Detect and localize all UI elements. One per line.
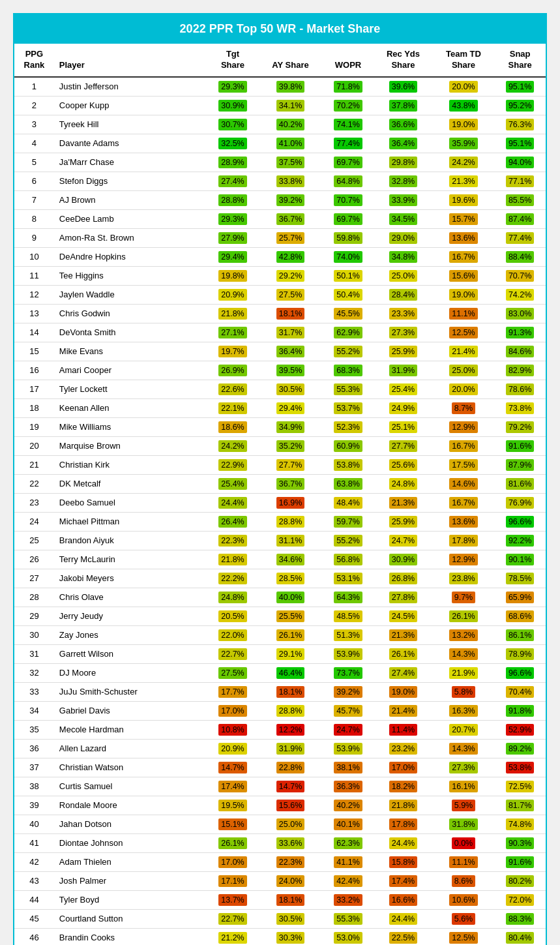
cell-rank: 26 [14, 550, 54, 569]
cell-tgt-share: 21.8% [207, 304, 259, 323]
cell-tgt-share: 27.9% [207, 228, 259, 247]
value-team-td-share: 12.5% [449, 932, 477, 944]
value-wopr: 74.0% [334, 251, 362, 263]
cell-tgt-share: 19.5% [207, 796, 259, 815]
value-team-td-share: 16.1% [449, 781, 477, 792]
cell-team-td-share: 5.9% [433, 796, 495, 815]
cell-wopr: 55.2% [323, 531, 374, 550]
value-wopr: 41.1% [334, 856, 362, 868]
value-team-td-share: 24.2% [449, 157, 477, 168]
value-snap-share: 53.8% [506, 762, 534, 773]
cell-rec-yds-share: 31.9% [374, 361, 432, 380]
cell-rank: 5 [14, 153, 54, 172]
cell-rec-yds-share: 26.8% [374, 569, 432, 588]
value-wopr: 70.2% [334, 100, 362, 112]
table-row: 34Gabriel Davis17.0%28.8%45.7%21.4%16.3%… [14, 701, 546, 720]
table-row: 41Diontae Johnson26.1%33.6%62.3%24.4%0.0… [14, 833, 546, 852]
cell-rec-yds-share: 36.4% [374, 134, 432, 153]
col-header-tgt-share: TgtShare [207, 44, 259, 77]
cell-rec-yds-share: 24.9% [374, 398, 432, 417]
value-snap-share: 70.4% [506, 686, 534, 698]
value-rec-yds-share: 24.7% [389, 535, 417, 547]
cell-wopr: 50.1% [323, 266, 374, 285]
table-row: 19Mike Williams18.6%34.9%52.3%25.1%12.9%… [14, 417, 546, 436]
value-rec-yds-share: 24.5% [389, 610, 417, 622]
cell-player: DeVonta Smith [54, 323, 207, 342]
cell-ay-share: 30.3% [258, 928, 322, 945]
cell-ay-share: 26.1% [258, 625, 322, 644]
cell-team-td-share: 20.0% [433, 380, 495, 398]
cell-ay-share: 22.3% [258, 852, 322, 871]
value-team-td-share: 5.9% [452, 800, 476, 811]
value-rec-yds-share: 21.4% [389, 705, 417, 717]
cell-rank: 8 [14, 209, 54, 228]
cell-tgt-share: 15.1% [207, 815, 259, 833]
cell-tgt-share: 28.8% [207, 190, 259, 209]
cell-ay-share: 22.8% [258, 758, 322, 777]
cell-rank: 9 [14, 228, 54, 247]
value-wopr: 62.9% [334, 327, 362, 338]
cell-team-td-share: 35.9% [433, 134, 495, 153]
value-wopr: 69.7% [334, 213, 362, 225]
cell-player: Mecole Hardman [54, 720, 207, 739]
value-wopr: 24.7% [334, 724, 362, 736]
value-team-td-share: 19.6% [449, 194, 477, 206]
cell-wopr: 60.9% [323, 436, 374, 455]
value-team-td-share: 12.9% [449, 554, 477, 565]
value-rec-yds-share: 27.4% [389, 667, 417, 679]
value-wopr: 42.4% [334, 875, 362, 887]
cell-team-td-share: 12.5% [433, 928, 495, 945]
cell-rank: 2 [14, 96, 54, 115]
value-snap-share: 91.8% [506, 705, 534, 717]
cell-team-td-share: 21.3% [433, 172, 495, 190]
cell-team-td-share: 19.6% [433, 190, 495, 209]
cell-rec-yds-share: 34.5% [374, 209, 432, 228]
cell-wopr: 64.3% [323, 588, 374, 607]
cell-rank: 38 [14, 777, 54, 796]
value-ay-share: 16.9% [276, 497, 304, 509]
cell-team-td-share: 20.0% [433, 77, 495, 97]
cell-team-td-share: 25.0% [433, 361, 495, 380]
cell-player: Jahan Dotson [54, 815, 207, 833]
cell-ay-share: 28.8% [258, 512, 322, 531]
cell-ay-share: 18.1% [258, 890, 322, 909]
value-team-td-share: 10.6% [449, 894, 477, 906]
main-container: 2022 PPR Top 50 WR - Market Share PPGRan… [13, 13, 547, 945]
cell-wopr: 64.8% [323, 172, 374, 190]
table-row: 4Davante Adams32.5%41.0%77.4%36.4%35.9%9… [14, 134, 546, 153]
cell-snap-share: 79.2% [494, 417, 546, 436]
table-row: 31Garrett Wilson22.7%29.1%53.9%26.1%14.3… [14, 644, 546, 663]
value-ay-share: 24.0% [276, 875, 304, 887]
value-snap-share: 84.6% [506, 346, 534, 357]
value-snap-share: 82.9% [506, 365, 534, 376]
value-snap-share: 89.2% [506, 743, 534, 755]
cell-rank: 25 [14, 531, 54, 550]
value-team-td-share: 20.0% [449, 383, 477, 395]
value-snap-share: 80.2% [506, 875, 534, 887]
cell-rank: 31 [14, 644, 54, 663]
cell-team-td-share: 15.6% [433, 266, 495, 285]
table-row: 10DeAndre Hopkins29.4%42.8%74.0%34.8%16.… [14, 247, 546, 266]
value-snap-share: 91.6% [506, 440, 534, 452]
value-team-td-share: 17.5% [449, 459, 477, 471]
cell-rank: 18 [14, 398, 54, 417]
cell-ay-share: 24.0% [258, 871, 322, 890]
cell-ay-share: 16.9% [258, 493, 322, 512]
cell-ay-share: 25.7% [258, 228, 322, 247]
cell-team-td-share: 11.1% [433, 852, 495, 871]
value-tgt-share: 17.1% [218, 875, 246, 887]
value-tgt-share: 17.4% [218, 781, 246, 792]
cell-player: Mike Evans [54, 342, 207, 361]
table-row: 22DK Metcalf25.4%36.7%63.8%24.8%14.6%81.… [14, 474, 546, 493]
table-row: 30Zay Jones22.0%26.1%51.3%21.3%13.2%86.1… [14, 625, 546, 644]
cell-snap-share: 91.6% [494, 436, 546, 455]
cell-tgt-share: 22.3% [207, 531, 259, 550]
value-tgt-share: 19.5% [218, 800, 246, 811]
cell-team-td-share: 13.6% [433, 512, 495, 531]
value-tgt-share: 30.9% [218, 100, 246, 112]
value-ay-share: 15.6% [276, 800, 304, 811]
value-tgt-share: 20.9% [218, 289, 246, 301]
cell-wopr: 62.3% [323, 833, 374, 852]
cell-tgt-share: 22.9% [207, 455, 259, 474]
cell-player: Tyreek Hill [54, 115, 207, 134]
